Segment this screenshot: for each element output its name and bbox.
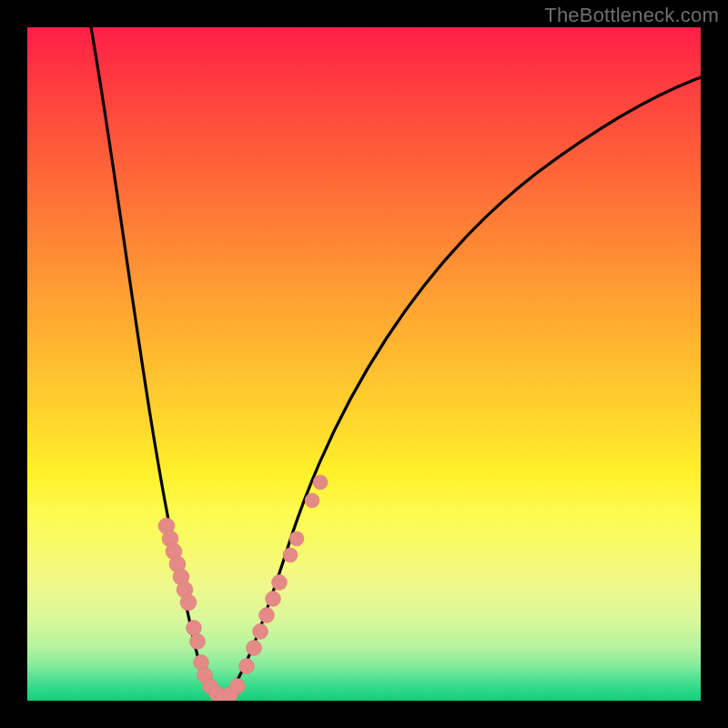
svg-point-15 (230, 679, 246, 694)
svg-point-14 (223, 687, 238, 702)
svg-point-0 (158, 518, 175, 534)
svg-point-9 (194, 655, 209, 671)
svg-point-4 (173, 569, 189, 585)
svg-point-20 (266, 592, 281, 607)
svg-point-6 (180, 594, 197, 611)
svg-point-2 (166, 543, 182, 560)
svg-point-11 (203, 679, 218, 694)
bottleneck-curve (91, 27, 701, 698)
svg-point-23 (289, 531, 304, 546)
svg-point-13 (216, 690, 231, 702)
svg-point-1 (162, 531, 178, 547)
svg-point-21 (272, 575, 288, 591)
curve-layer (27, 27, 701, 701)
svg-point-7 (187, 621, 202, 636)
svg-point-25 (313, 475, 328, 490)
svg-point-12 (209, 686, 225, 702)
svg-point-5 (177, 581, 193, 598)
watermark-text: TheBottleneck.com (544, 4, 719, 27)
svg-point-19 (259, 608, 275, 623)
svg-point-3 (169, 556, 186, 572)
svg-point-8 (190, 634, 206, 650)
svg-point-10 (197, 668, 213, 683)
svg-point-24 (305, 493, 319, 508)
svg-point-17 (247, 641, 262, 656)
chart-frame: TheBottleneck.com (0, 0, 728, 728)
svg-point-18 (253, 624, 268, 640)
svg-point-16 (239, 659, 255, 674)
svg-point-22 (283, 548, 298, 562)
plot-area (27, 27, 701, 701)
marker-group (158, 475, 328, 701)
